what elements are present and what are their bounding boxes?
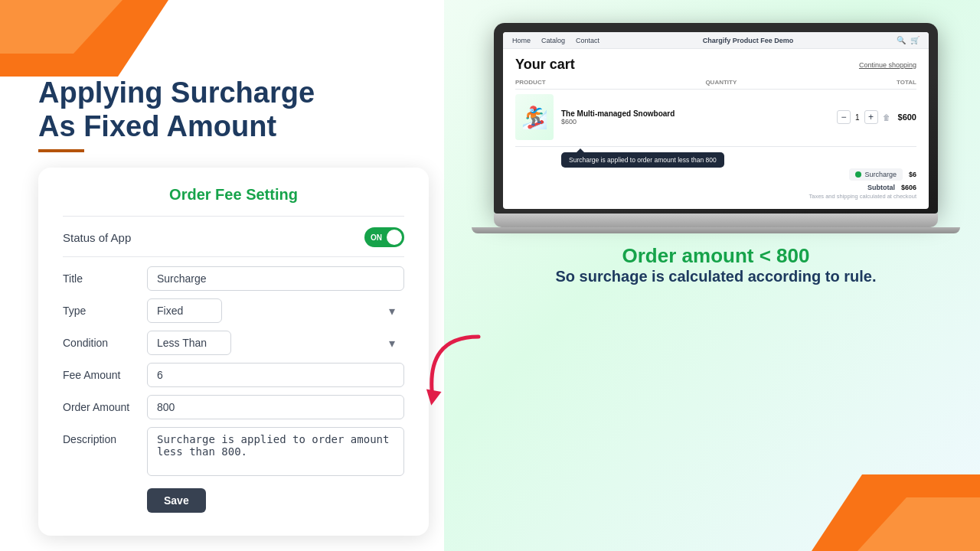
title-input[interactable] [147,266,404,291]
form-row-condition: Condition Less Than Greater Than Equal T… [63,331,404,355]
form-card-title: Order Fee Setting [63,186,404,204]
form-row-title: Title [63,266,404,291]
toggle-text: ON [371,233,382,242]
status-row: Status of App ON [63,227,404,257]
type-select-wrapper: Fixed Percentage [147,298,404,323]
browser-nav-icons: 🔍 🛒 [897,36,920,44]
right-panel: Home Catalog Contact Chargify Product Fe… [459,0,980,551]
save-btn-wrapper: Save [63,484,404,513]
subtotal-row: Subtotal $606 [515,184,916,191]
cart-item-row: 🏂 The Multi-managed Snowboard $600 − 1 +… [515,94,916,147]
nav-link-catalog: Catalog [541,37,565,44]
description-label: Description [63,427,147,445]
condition-label: Condition [63,331,147,349]
laptop-base [494,214,938,227]
product-image: 🏂 [515,94,554,140]
fee-amount-label: Fee Amount [63,363,147,381]
toggle-knob [387,230,402,245]
curved-arrow-svg [417,329,494,421]
type-select[interactable]: Fixed Percentage [147,298,222,323]
condition-select-wrapper: Less Than Greater Than Equal To [147,331,404,355]
title-label: Title [63,266,147,285]
col-total: TOTAL [897,79,916,86]
surcharge-dot [855,171,861,178]
tax-note: Taxes and shipping calculated at checkou… [515,193,916,200]
description-textarea[interactable]: Surcharge is applied to order amount les… [147,427,404,476]
order-amount-label: Order Amount [63,395,147,413]
bottom-text: Order amount < 800 So surchage is calcul… [555,244,876,285]
form-card: Order Fee Setting Status of App ON Title… [38,168,429,536]
laptop-screen-inner: Home Catalog Contact Chargify Product Fe… [503,32,929,209]
col-quantity: QUANTITY [705,79,737,86]
left-panel: Applying Surcharge As Fixed Amount Order… [0,0,459,551]
main-title-line1: Applying Surcharge [38,77,315,109]
continue-link[interactable]: Continue shopping [859,61,916,69]
title-underline [38,149,84,152]
order-amount-input[interactable] [147,395,404,419]
fee-amount-input[interactable] [147,363,404,387]
form-divider [63,216,404,217]
tooltip-text: Surcharge is applied to order amount les… [569,156,717,164]
form-row-type: Type Fixed Percentage [63,298,404,323]
main-title: Applying Surcharge As Fixed Amount [38,77,429,143]
qty-control: − 1 + 🗑 [837,110,890,124]
cart-content: Your cart Continue shopping PRODUCT QUAN… [503,49,929,209]
nav-link-home: Home [512,37,531,44]
item-total: $600 [898,112,916,122]
qty-decrease-btn[interactable]: − [837,110,851,124]
surcharge-label: Surcharge [864,171,897,178]
form-row-order-amount: Order Amount [63,395,404,419]
bottom-text-line1: Order amount < 800 [555,244,876,268]
cart-icon[interactable]: 🛒 [910,36,920,44]
laptop-container: Home Catalog Contact Chargify Product Fe… [494,23,938,233]
curved-arrow-container [417,329,494,424]
laptop-screen-outer: Home Catalog Contact Chargify Product Fe… [494,23,938,214]
laptop-base-bottom [472,227,960,233]
search-icon[interactable]: 🔍 [897,36,906,44]
save-button[interactable]: Save [147,488,206,513]
form-row-description: Description Surcharge is applied to orde… [63,427,404,476]
subtotal-label: Subtotal [867,184,895,191]
main-title-line2: As Fixed Amount [38,110,276,142]
col-product: PRODUCT [515,79,546,86]
product-name: The Multi-managed Snowboard [561,109,829,118]
qty-increase-btn[interactable]: + [864,110,878,124]
condition-select[interactable]: Less Than Greater Than Equal To [147,331,231,355]
cart-header-row: Your cart Continue shopping [515,57,916,73]
svg-marker-0 [423,389,441,406]
surcharge-amount: $6 [909,171,916,178]
product-price: $600 [561,118,829,126]
browser-nav: Home Catalog Contact Chargify Product Fe… [503,32,929,49]
surcharge-badge: Surcharge [849,168,903,181]
surcharge-tooltip: Surcharge is applied to order amount les… [561,152,724,168]
trash-icon[interactable]: 🗑 [883,113,890,122]
qty-num: 1 [855,113,860,122]
cart-title: Your cart [515,57,575,73]
form-row-fee-amount: Fee Amount [63,363,404,387]
type-label: Type [63,298,147,317]
status-label: Status of App [63,231,131,244]
nav-link-contact: Contact [576,37,599,44]
cart-columns: PRODUCT QUANTITY TOTAL [515,79,916,90]
toggle[interactable]: ON [364,227,404,247]
bottom-text-line2: So surchage is calculated according to r… [555,268,876,285]
surcharge-line-row: Surcharge $6 [515,168,916,181]
product-info: The Multi-managed Snowboard $600 [561,109,829,126]
subtotal-amount: $606 [901,184,916,191]
nav-brand: Chargify Product Fee Demo [703,37,794,44]
